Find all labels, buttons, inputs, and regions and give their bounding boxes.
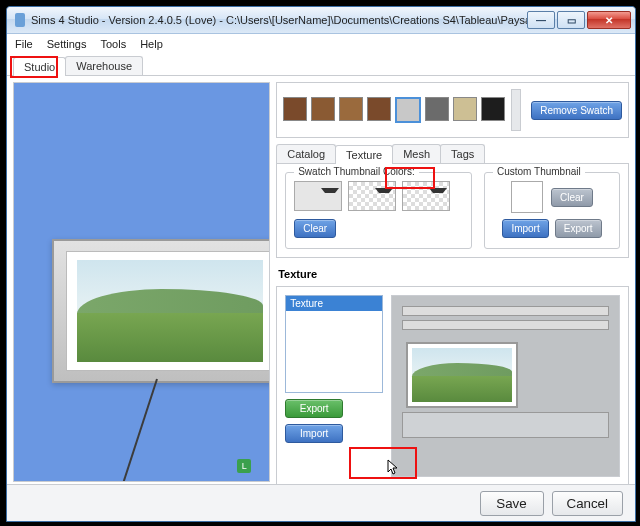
tab-warehouse[interactable]: Warehouse xyxy=(65,56,143,75)
swatch-1[interactable] xyxy=(311,97,335,121)
custom-thumb-clear[interactable]: Clear xyxy=(551,188,593,207)
save-button[interactable]: Save xyxy=(480,491,544,516)
swatch-color-2[interactable] xyxy=(348,181,396,211)
preview-badge: L xyxy=(237,459,251,473)
preview-pane[interactable]: L xyxy=(13,82,270,482)
custom-thumb-export[interactable]: Export xyxy=(555,219,602,238)
preview-frame xyxy=(52,239,270,383)
swatch-clear-button[interactable]: Clear xyxy=(294,219,336,238)
app-window: Sims 4 Studio - Version 2.4.0.5 (Love) -… xyxy=(6,6,636,522)
swatch-5[interactable] xyxy=(425,97,449,121)
subtab-texture[interactable]: Texture xyxy=(335,145,393,164)
menu-file[interactable]: File xyxy=(15,38,33,50)
texture-list[interactable]: Texture xyxy=(285,295,383,393)
menu-settings[interactable]: Settings xyxy=(47,38,87,50)
swatch-row: Remove Swatch xyxy=(276,82,629,138)
texture-preview xyxy=(391,295,620,477)
swatch-6[interactable] xyxy=(453,97,477,121)
texture-import-button[interactable]: Import xyxy=(285,424,343,443)
minimize-button[interactable]: — xyxy=(527,11,555,29)
menu-tools[interactable]: Tools xyxy=(100,38,126,50)
swatch-2[interactable] xyxy=(339,97,363,121)
window-title: Sims 4 Studio - Version 2.4.0.5 (Love) -… xyxy=(31,14,527,26)
subtab-catalog[interactable]: Catalog xyxy=(276,144,336,163)
texture-list-item[interactable]: Texture xyxy=(286,296,382,311)
sub-tabs: Catalog Texture Mesh Tags xyxy=(276,144,629,164)
subtab-mesh[interactable]: Mesh xyxy=(392,144,441,163)
swatch-4[interactable] xyxy=(395,97,421,123)
footer: Save Cancel xyxy=(7,484,635,521)
subtab-tags[interactable]: Tags xyxy=(440,144,485,163)
swatch-7[interactable] xyxy=(481,97,505,121)
close-button[interactable]: ✕ xyxy=(587,11,631,29)
texture-export-button[interactable]: Export xyxy=(285,399,343,418)
maximize-button[interactable]: ▭ xyxy=(557,11,585,29)
remove-swatch-button[interactable]: Remove Swatch xyxy=(531,101,622,120)
menu-help[interactable]: Help xyxy=(140,38,163,50)
main-tabs: Studio Warehouse xyxy=(7,56,635,76)
menu-bar: File Settings Tools Help xyxy=(7,34,635,54)
swatch-3[interactable] xyxy=(367,97,391,121)
custom-thumb-import[interactable]: Import xyxy=(502,219,548,238)
custom-thumb-box xyxy=(511,181,543,213)
cancel-button[interactable]: Cancel xyxy=(552,491,624,516)
tab-studio[interactable]: Studio xyxy=(13,57,66,76)
custom-thumb-title: Custom Thumbnail xyxy=(493,166,585,177)
texture-heading: Texture xyxy=(278,268,629,280)
swatch-scrollbar[interactable] xyxy=(511,89,521,131)
swatch-0[interactable] xyxy=(283,97,307,121)
preview-gizmo xyxy=(120,379,158,482)
swatch-thumb-title: Swatch Thumbnail Colors: xyxy=(294,166,419,177)
swatch-color-1[interactable] xyxy=(294,181,342,211)
app-icon xyxy=(15,13,25,27)
titlebar: Sims 4 Studio - Version 2.4.0.5 (Love) -… xyxy=(7,7,635,34)
swatch-color-3[interactable] xyxy=(402,181,450,211)
